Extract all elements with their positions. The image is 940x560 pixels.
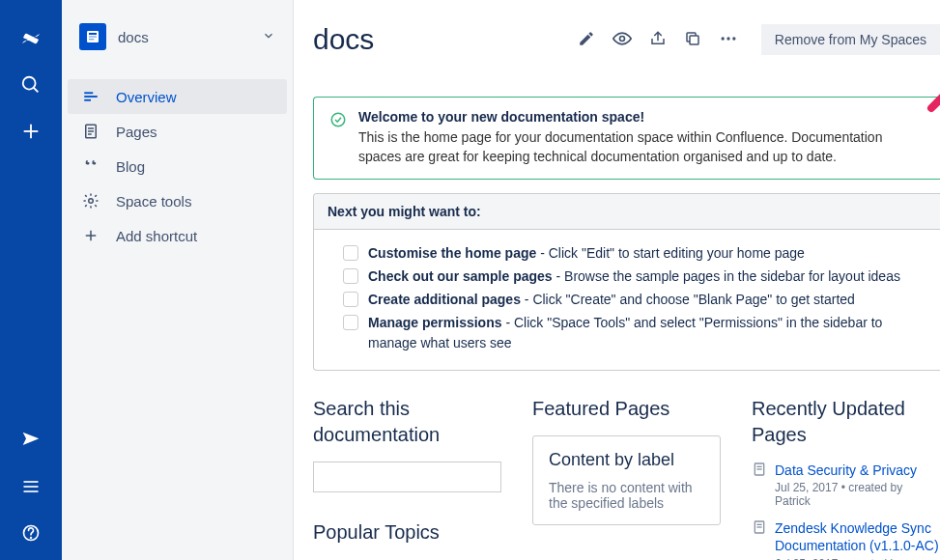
featured-card-body: There is no content with the specified l…	[549, 480, 704, 511]
nav-space-tools[interactable]: Space tools	[62, 183, 293, 218]
nav-label: Space tools	[116, 193, 191, 210]
welcome-panel: Welcome to your new documentation space!…	[313, 97, 940, 180]
popular-heading: Popular Topics	[313, 519, 501, 546]
search-heading: Search this documentation	[313, 396, 501, 448]
menu-icon[interactable]	[12, 467, 50, 506]
nav-label: Pages	[116, 124, 157, 140]
space-logo-icon	[79, 23, 106, 50]
main-content: docs Remove from My Spaces	[294, 0, 940, 560]
more-icon[interactable]	[719, 29, 738, 51]
svg-point-26	[726, 37, 729, 40]
gear-icon	[79, 192, 102, 210]
plus-icon	[79, 227, 102, 244]
search-icon[interactable]	[12, 66, 50, 104]
copy-icon[interactable]	[684, 30, 701, 50]
help-icon[interactable]	[12, 514, 50, 552]
check-circle-icon	[329, 111, 347, 167]
page-title: docs	[313, 23, 578, 56]
document-icon	[752, 462, 767, 508]
space-sidebar: docs Overview Pages B	[62, 0, 294, 560]
svg-rect-12	[89, 39, 94, 40]
remove-from-spaces-button[interactable]: Remove from My Spaces	[761, 24, 940, 55]
document-icon	[752, 519, 767, 560]
svg-point-20	[89, 199, 94, 204]
recent-item: Data Security & Privacy Jul 25, 2017 • c…	[752, 462, 940, 508]
todo-item: Customise the home page - Click "Edit" t…	[343, 243, 911, 263]
svg-point-25	[721, 37, 724, 40]
checkbox[interactable]	[343, 315, 358, 330]
nav-blog[interactable]: Blog	[62, 149, 293, 183]
featured-heading: Featured Pages	[532, 396, 721, 422]
recent-meta: Jul 25, 2017 • created by Patrick	[775, 481, 940, 508]
welcome-text: This is the home page for your documenta…	[358, 127, 925, 167]
add-icon[interactable]	[12, 112, 50, 151]
watch-icon[interactable]	[612, 29, 632, 51]
nav-add-shortcut[interactable]: Add shortcut	[62, 218, 293, 253]
recent-link[interactable]: Zendesk Knowledge Sync Documentation (v1…	[775, 520, 939, 553]
feedback-icon[interactable]	[12, 421, 50, 460]
overview-icon	[79, 88, 102, 105]
checkbox[interactable]	[343, 268, 358, 284]
space-name: docs	[118, 29, 262, 45]
search-column: Search this documentation Popular Topics	[313, 396, 501, 560]
checkbox[interactable]	[343, 245, 358, 261]
nav-label: Add shortcut	[116, 228, 197, 244]
recent-item: Zendesk Knowledge Sync Documentation (v1…	[752, 519, 940, 560]
nav-pages[interactable]: Pages	[62, 114, 293, 149]
svg-rect-10	[89, 33, 97, 35]
svg-point-23	[619, 36, 624, 41]
recent-meta: Jul 25, 2017 • created by Patrick	[775, 557, 940, 560]
svg-rect-11	[89, 36, 97, 37]
chevron-down-icon	[262, 29, 275, 45]
todo-item: Create additional pages - Click "Create"…	[343, 290, 911, 309]
svg-line-1	[34, 88, 39, 93]
svg-rect-24	[690, 36, 698, 44]
featured-card-title: Content by label	[549, 450, 704, 470]
space-nav: Overview Pages Blog Space tools	[62, 79, 293, 253]
todo-item: Check out our sample pages - Browse the …	[343, 266, 911, 286]
confluence-icon[interactable]	[12, 19, 50, 58]
featured-card: Content by label There is no content wit…	[532, 435, 721, 525]
nav-label: Blog	[116, 158, 145, 175]
pages-icon	[79, 123, 102, 140]
svg-point-27	[732, 37, 735, 40]
todo-item: Manage permissions - Click "Space Tools"…	[343, 313, 911, 352]
doc-search-input[interactable]	[313, 462, 501, 492]
svg-point-28	[331, 113, 345, 126]
checkbox[interactable]	[343, 292, 358, 307]
blog-icon	[79, 157, 102, 175]
edit-icon[interactable]	[578, 30, 595, 50]
featured-column: Featured Pages Content by label There is…	[532, 396, 721, 560]
welcome-title: Welcome to your new documentation space!	[358, 109, 644, 125]
next-steps-header: Next you might want to:	[314, 194, 940, 230]
nav-overview[interactable]: Overview	[68, 79, 287, 114]
svg-point-0	[23, 77, 36, 90]
recent-link[interactable]: Data Security & Privacy	[775, 462, 917, 478]
nav-label: Overview	[116, 89, 177, 105]
next-steps-panel: Next you might want to: Customise the ho…	[313, 193, 940, 371]
svg-point-8	[31, 538, 32, 539]
page-header: docs Remove from My Spaces	[313, 23, 940, 56]
page-actions: Remove from My Spaces	[578, 24, 940, 55]
global-rail	[0, 0, 62, 560]
share-icon[interactable]	[649, 30, 667, 50]
space-selector[interactable]: docs	[62, 15, 293, 58]
recent-column: Recently Updated Pages Data Security & P…	[752, 396, 940, 560]
recent-heading: Recently Updated Pages	[752, 396, 940, 448]
